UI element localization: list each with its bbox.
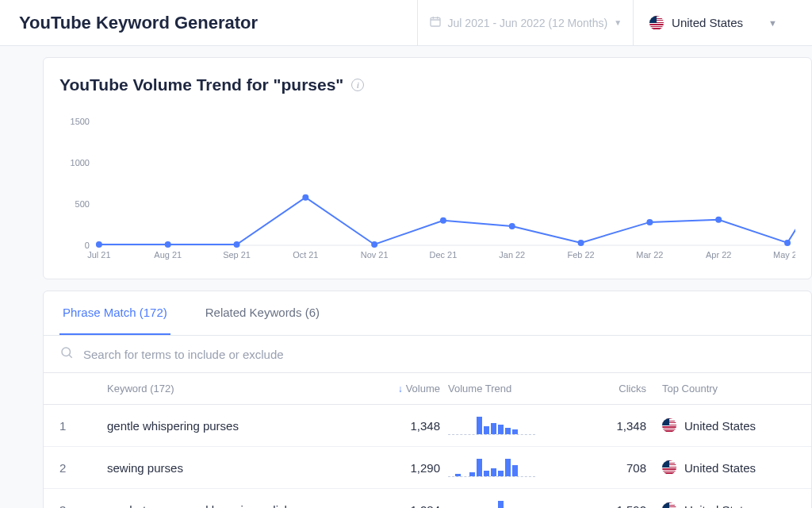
svg-point-22 xyxy=(440,217,446,224)
svg-text:Feb 22: Feb 22 xyxy=(568,250,595,260)
svg-rect-0 xyxy=(431,17,440,26)
svg-text:1000: 1000 xyxy=(71,158,90,167)
svg-point-28 xyxy=(62,348,71,356)
trend-chart: 050010001500Jul 21Aug 21Sep 21Oct 21Nov … xyxy=(59,117,795,267)
date-range-picker: Jul 2021 - Jun 2022 (12 Months) ▼ xyxy=(417,0,634,45)
search-icon xyxy=(59,345,74,363)
svg-point-23 xyxy=(509,223,515,229)
col-clicks[interactable]: Clicks xyxy=(551,383,646,394)
col-keyword[interactable]: Keyword (172) xyxy=(107,383,345,394)
svg-point-25 xyxy=(646,219,653,225)
search-bar xyxy=(44,336,811,373)
svg-text:Apr 22: Apr 22 xyxy=(706,250,731,260)
sparkline xyxy=(440,458,551,477)
info-icon[interactable]: i xyxy=(351,79,364,91)
flag-us-icon xyxy=(662,502,676,508)
tab-phrase-match[interactable]: Phrase Match (172) xyxy=(59,291,170,335)
svg-text:Sep 21: Sep 21 xyxy=(223,250,251,260)
clicks-cell: 1,348 xyxy=(551,419,646,433)
keyword-cell: sewing purses xyxy=(107,461,345,475)
svg-point-24 xyxy=(578,240,584,246)
svg-text:Jan 22: Jan 22 xyxy=(499,250,525,260)
svg-text:1500: 1500 xyxy=(71,117,90,126)
svg-text:Nov 21: Nov 21 xyxy=(361,250,389,260)
svg-point-26 xyxy=(715,217,722,223)
svg-point-20 xyxy=(302,194,308,201)
top-country-cell: United States xyxy=(646,418,812,433)
col-top-country[interactable]: Top Country xyxy=(646,383,812,394)
svg-text:Dec 21: Dec 21 xyxy=(430,250,458,260)
keyword-cell: crochet purses and bags in english xyxy=(107,503,345,509)
country-select[interactable]: United States ▼ xyxy=(634,0,793,45)
table-row[interactable]: 1gentle whispering purses1,3481,348Unite… xyxy=(44,405,811,447)
row-index: 3 xyxy=(59,503,107,509)
page-title: YouTube Keyword Generator xyxy=(19,13,417,33)
svg-point-18 xyxy=(165,241,171,248)
country-label: United States xyxy=(672,16,743,29)
svg-text:0: 0 xyxy=(85,241,90,250)
svg-text:500: 500 xyxy=(75,199,90,209)
calendar-icon xyxy=(429,15,442,30)
tabs: Phrase Match (172) Related Keywords (6) xyxy=(44,291,811,336)
search-input[interactable] xyxy=(83,348,795,361)
svg-point-17 xyxy=(96,241,102,248)
row-index: 2 xyxy=(59,461,107,475)
table-header: Keyword (172) ↓ Volume Volume Trend Clic… xyxy=(44,373,811,405)
col-volume[interactable]: ↓ Volume xyxy=(345,383,440,394)
sparkline xyxy=(440,500,551,508)
app-header: YouTube Keyword Generator Jul 2021 - Jun… xyxy=(0,0,812,46)
tab-related-keywords[interactable]: Related Keywords (6) xyxy=(202,291,323,335)
trend-chart-card: YouTube Volume Trend for "purses" i 0500… xyxy=(43,57,812,279)
results-card: Phrase Match (172) Related Keywords (6) … xyxy=(43,291,812,508)
clicks-cell: 708 xyxy=(551,461,646,475)
svg-text:Mar 22: Mar 22 xyxy=(636,250,663,260)
svg-text:Jul 21: Jul 21 xyxy=(87,250,110,260)
svg-point-27 xyxy=(784,240,791,246)
volume-cell: 1,284 xyxy=(345,503,440,509)
svg-text:Oct 21: Oct 21 xyxy=(293,250,318,260)
clicks-cell: 1,592 xyxy=(551,503,646,509)
volume-cell: 1,290 xyxy=(345,461,440,475)
row-index: 1 xyxy=(59,419,107,433)
svg-text:May 22: May 22 xyxy=(773,250,795,260)
sort-desc-icon: ↓ xyxy=(398,383,403,394)
flag-us-icon xyxy=(662,460,676,475)
svg-point-19 xyxy=(234,241,240,248)
chevron-down-icon: ▼ xyxy=(768,18,777,28)
svg-text:Aug 21: Aug 21 xyxy=(154,250,182,260)
volume-cell: 1,348 xyxy=(345,419,440,433)
chevron-down-icon: ▼ xyxy=(614,18,622,27)
sparkline xyxy=(440,416,551,435)
svg-point-21 xyxy=(371,241,377,248)
date-range-label: Jul 2021 - Jun 2022 (12 Months) xyxy=(448,17,608,29)
flag-us-icon xyxy=(662,418,676,433)
card-title: YouTube Volume Trend for "purses" i xyxy=(59,75,795,94)
table-row[interactable]: 3crochet purses and bags in english1,284… xyxy=(44,489,811,508)
top-country-cell: United States xyxy=(646,460,812,475)
table-row[interactable]: 2sewing purses1,290708United States xyxy=(44,447,811,489)
top-country-cell: United States xyxy=(646,502,812,508)
col-volume-trend[interactable]: Volume Trend xyxy=(440,383,551,394)
flag-us-icon xyxy=(649,16,664,30)
keyword-cell: gentle whispering purses xyxy=(107,419,345,433)
